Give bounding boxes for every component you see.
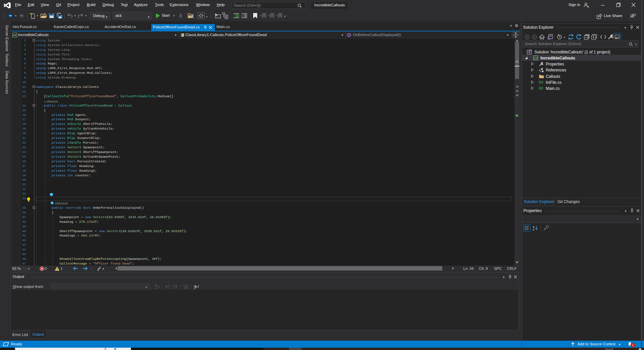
svg-text:c: c (194, 287, 195, 289)
svg-text:C#: C# (534, 56, 537, 60)
svg-text:Z: Z (533, 228, 534, 230)
svg-text:C#: C# (13, 34, 17, 37)
svg-text:C#: C# (539, 86, 543, 90)
svg-text:2: 2 (241, 14, 243, 18)
svg-text:C#: C# (539, 80, 543, 84)
